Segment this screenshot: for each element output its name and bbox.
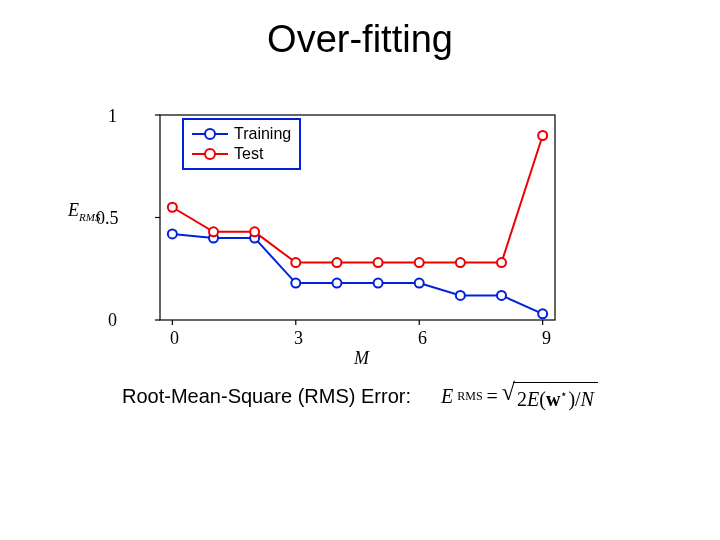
x-tick-0: 0: [170, 328, 179, 349]
eqn-N: N: [581, 388, 594, 410]
svg-point-23: [374, 258, 383, 267]
eqn-sqrt: √ 2E(w⋆)/N: [502, 382, 598, 410]
x-tick-3: 3: [294, 328, 303, 349]
y-tick-0: 0: [108, 310, 117, 331]
eqn-open: (: [539, 388, 546, 410]
rms-equation: ERMS = √ 2E(w⋆)/N: [441, 382, 598, 410]
svg-point-25: [456, 258, 465, 267]
legend-test: Test: [192, 144, 291, 164]
rms-definition-label: Root-Mean-Square (RMS) Error:: [122, 385, 411, 408]
svg-point-17: [538, 309, 547, 318]
legend-training-label: Training: [234, 124, 291, 144]
svg-point-20: [250, 227, 259, 236]
svg-point-24: [415, 258, 424, 267]
eqn-rms-sub: RMS: [457, 389, 482, 404]
eqn-Ew: E: [527, 388, 539, 410]
svg-point-16: [497, 291, 506, 300]
chart-legend: Training Test: [182, 118, 301, 170]
page-title: Over-fitting: [0, 18, 720, 61]
svg-point-14: [415, 279, 424, 288]
svg-point-12: [332, 279, 341, 288]
svg-point-21: [291, 258, 300, 267]
svg-point-11: [291, 279, 300, 288]
svg-point-27: [538, 131, 547, 140]
eqn-E: E: [441, 385, 453, 408]
eqn-w: w: [546, 388, 560, 410]
x-axis-label: M: [354, 348, 369, 369]
svg-point-15: [456, 291, 465, 300]
svg-point-13: [374, 279, 383, 288]
legend-training: Training: [192, 124, 291, 144]
legend-test-label: Test: [234, 144, 263, 164]
y-tick-05: 0.5: [96, 208, 119, 229]
x-tick-6: 6: [418, 328, 427, 349]
svg-point-18: [168, 203, 177, 212]
eqn-2: 2: [517, 388, 527, 410]
x-tick-9: 9: [542, 328, 551, 349]
svg-point-19: [209, 227, 218, 236]
y-tick-1: 1: [108, 106, 117, 127]
rms-error-chart: ERMS 0 0.5 1 0 3 6 9 M Training: [130, 100, 570, 360]
svg-point-22: [332, 258, 341, 267]
eqn-eq: =: [487, 385, 498, 408]
svg-point-8: [168, 229, 177, 238]
svg-point-26: [497, 258, 506, 267]
